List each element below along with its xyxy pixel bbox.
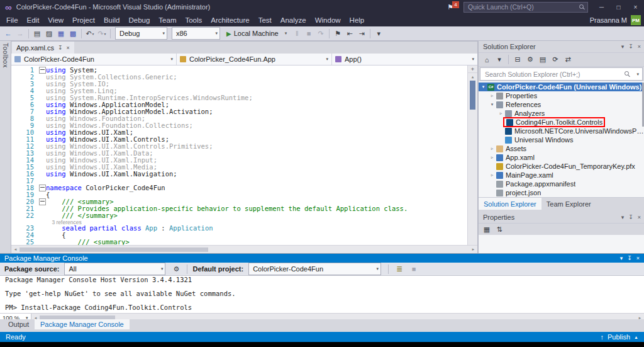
editor-vertical-scrollbar[interactable]: + ▲: [467, 65, 477, 245]
categorized-icon[interactable]: ▦: [481, 224, 492, 235]
clear-console-button[interactable]: ≣: [394, 263, 405, 275]
next-bookmark-icon[interactable]: ⇥: [356, 28, 367, 39]
user-avatar[interactable]: PM: [631, 15, 641, 25]
break-all-icon[interactable]: ‖: [291, 28, 303, 39]
tree-item-universal-windows[interactable]: Universal Windows: [479, 135, 644, 144]
menu-team[interactable]: Team: [154, 15, 180, 25]
project-dropdown[interactable]: ColorPicker-Code4Fun ▾: [11, 54, 177, 65]
menu-window[interactable]: Window: [311, 15, 345, 25]
home-icon[interactable]: ⌂: [481, 54, 492, 65]
alphabetical-icon[interactable]: ⇅: [494, 224, 505, 235]
horizontal-scrollbar-thumb[interactable]: [19, 247, 208, 252]
package-source-settings-button[interactable]: ⚙: [170, 263, 182, 275]
step-over-icon[interactable]: ↷: [315, 28, 326, 39]
menu-analyze[interactable]: Analyze: [276, 15, 311, 25]
toolbox-tab[interactable]: Toolbox: [2, 43, 9, 68]
expand-arrow-icon[interactable]: ▹: [489, 146, 496, 151]
window-menu-icon[interactable]: ▾: [621, 43, 625, 50]
menu-edit[interactable]: Edit: [23, 15, 44, 25]
document-tab[interactable]: App.xaml.cs ↧ ×: [12, 42, 74, 54]
tree-item-colorpicker-code4fun-temporarykey-pfx[interactable]: ColorPicker-Code4Fun_TemporaryKey.pfx: [479, 162, 644, 171]
scroll-left-icon[interactable]: ◄: [11, 247, 19, 251]
split-editor-button[interactable]: +: [468, 65, 477, 73]
fold-toggle[interactable]: [39, 185, 46, 191]
maximize-button[interactable]: □: [610, 0, 627, 14]
start-debugging-button[interactable]: ▶ Local Machine ▾: [223, 30, 291, 37]
tab-team-explorer[interactable]: Team Explorer: [541, 198, 596, 210]
save-all-icon[interactable]: ▩: [67, 28, 79, 39]
tree-item-assets[interactable]: ▹Assets: [479, 144, 644, 153]
vertical-scrollbar-thumb[interactable]: [470, 81, 475, 110]
close-icon[interactable]: ×: [638, 214, 641, 220]
scroll-right-icon[interactable]: ►: [469, 247, 477, 251]
stop-command-button[interactable]: ■: [408, 263, 419, 275]
fold-toggle[interactable]: [39, 198, 46, 205]
close-icon[interactable]: ×: [636, 255, 640, 261]
stop-debug-icon[interactable]: ■: [303, 28, 314, 39]
tree-item-microsoft-netcore-universalwindowsplatform[interactable]: Microsoft.NETCore.UniversalWindowsPlatfo…: [479, 127, 644, 135]
close-icon[interactable]: ×: [638, 43, 641, 50]
menu-test[interactable]: Test: [254, 15, 276, 25]
bookmark-icon[interactable]: ⚑: [332, 28, 343, 39]
tree-item-mainpage-xaml[interactable]: ▹MainPage.xaml: [479, 171, 644, 179]
member-dropdown[interactable]: App() ▾: [332, 54, 477, 65]
console-output[interactable]: Package Manager Console Host Version 3.4…: [0, 276, 644, 313]
sync-with-active-document-icon[interactable]: ⇄: [562, 54, 574, 65]
tree-item-analyzers[interactable]: ▹Analyzers: [479, 109, 644, 118]
package-source-dropdown[interactable]: All ▾: [64, 263, 165, 275]
navigate-forward-icon[interactable]: →: [14, 28, 26, 39]
publish-button[interactable]: ↑ Publish ▲: [600, 333, 638, 341]
tree-item-package-appxmanifest[interactable]: Package.appxmanifest: [479, 179, 644, 188]
solution-explorer-search-input[interactable]: [484, 70, 622, 79]
expand-arrow-icon[interactable]: ▹: [489, 93, 496, 98]
minimize-button[interactable]: ─: [593, 0, 610, 14]
menu-debug[interactable]: Debug: [124, 15, 154, 25]
switch-views-icon[interactable]: ▾: [494, 54, 505, 65]
scroll-up-icon[interactable]: ▲: [472, 73, 474, 80]
collapse-arrow-icon[interactable]: ▾: [489, 102, 496, 107]
tab-output[interactable]: Output: [3, 319, 35, 329]
toolbar-options-icon[interactable]: ▾: [373, 28, 384, 39]
collapse-arrow-icon[interactable]: ▾: [480, 84, 487, 89]
menu-file[interactable]: File: [2, 15, 23, 25]
close-tab-icon[interactable]: ×: [66, 45, 69, 51]
solution-platform-dropdown[interactable]: x86 ▾: [172, 27, 220, 40]
pin-icon[interactable]: ↧: [628, 214, 633, 220]
show-all-files-icon[interactable]: ▤: [537, 54, 548, 65]
tree-item-project-json[interactable]: project.json: [479, 188, 644, 197]
menu-help[interactable]: Help: [345, 15, 369, 25]
tab-package-manager-console[interactable]: Package Manager Console: [35, 319, 130, 329]
window-menu-icon[interactable]: ▾: [620, 255, 623, 261]
undo-icon[interactable]: ↶▾: [84, 28, 96, 39]
new-project-icon[interactable]: ▤: [31, 28, 43, 39]
fold-toggle[interactable]: [39, 67, 46, 74]
expand-arrow-icon[interactable]: ▹: [489, 155, 496, 160]
open-file-icon[interactable]: ▨: [43, 28, 55, 39]
refresh-icon[interactable]: ⟳: [550, 54, 561, 65]
solution-configuration-dropdown[interactable]: Debug ▾: [115, 27, 167, 40]
tree-item-colorpicker-code4fun-universal-windows-[interactable]: ▾C#ColorPicker-Code4Fun (Universal Windo…: [479, 82, 644, 91]
tree-item-references[interactable]: ▾References: [479, 100, 644, 109]
default-project-dropdown[interactable]: ColorPicker-Code4Fun ▾: [248, 263, 381, 275]
notifications-button[interactable]: ⚑ 4: [447, 3, 453, 11]
code-editor[interactable]: 1using System;2using System.Collections.…: [11, 65, 477, 245]
quick-launch[interactable]: [464, 2, 588, 13]
user-info[interactable]: Prasanna M PM: [590, 15, 644, 25]
save-icon[interactable]: ▦: [55, 28, 67, 39]
type-dropdown[interactable]: ColorPicker_Code4Fun.App ▾: [177, 54, 332, 65]
tree-item-app-xaml[interactable]: ▹App.xaml: [479, 153, 644, 162]
expand-arrow-icon[interactable]: ▹: [489, 173, 496, 178]
menu-project[interactable]: Project: [68, 15, 99, 25]
menu-tools[interactable]: Tools: [180, 15, 206, 25]
previous-bookmark-icon[interactable]: ⇤: [344, 28, 355, 39]
editor-horizontal-scrollbar[interactable]: ◄ ►: [11, 245, 477, 253]
tree-item-properties[interactable]: ▹Properties: [479, 91, 644, 100]
properties-icon[interactable]: ⚙: [525, 54, 536, 65]
solution-explorer-search[interactable]: ▾: [480, 67, 643, 81]
tree-item-coding4fun-toolkit-controls[interactable]: Coding4Fun.Toolkit.Controls: [479, 118, 644, 127]
menu-architecture[interactable]: Architecture: [206, 15, 253, 25]
redo-icon[interactable]: ↷▾: [96, 28, 108, 39]
collapse-all-icon[interactable]: ⊟: [512, 54, 523, 65]
pin-icon[interactable]: ↧: [58, 45, 63, 51]
pin-icon[interactable]: ↧: [628, 43, 633, 50]
